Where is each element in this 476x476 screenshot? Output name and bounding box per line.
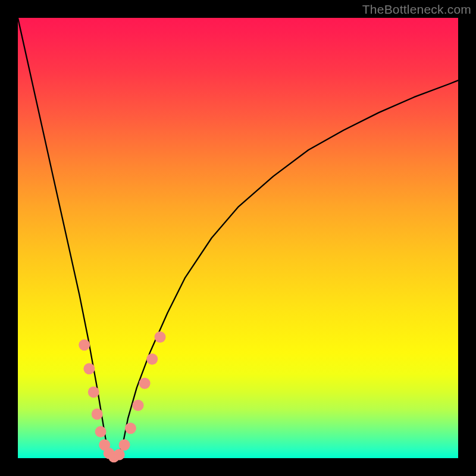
marker-dot — [95, 426, 107, 437]
marker-dot — [79, 339, 90, 350]
marker-dot — [83, 363, 95, 374]
marker-dot — [139, 378, 151, 389]
marker-dot — [114, 449, 125, 461]
curve-line — [18, 18, 458, 458]
chart-frame: TheBottleneck.com — [0, 0, 476, 476]
marker-dot — [119, 439, 130, 450]
marker-dot — [155, 331, 166, 343]
marker-dot — [92, 409, 103, 420]
marker-dot — [125, 422, 136, 434]
watermark-text: TheBottleneck.com — [362, 2, 471, 17]
chart-svg — [18, 18, 458, 458]
plot-area — [18, 18, 458, 458]
marker-dot — [133, 400, 144, 411]
marker-dot — [146, 353, 158, 365]
marker-dot — [88, 387, 99, 398]
